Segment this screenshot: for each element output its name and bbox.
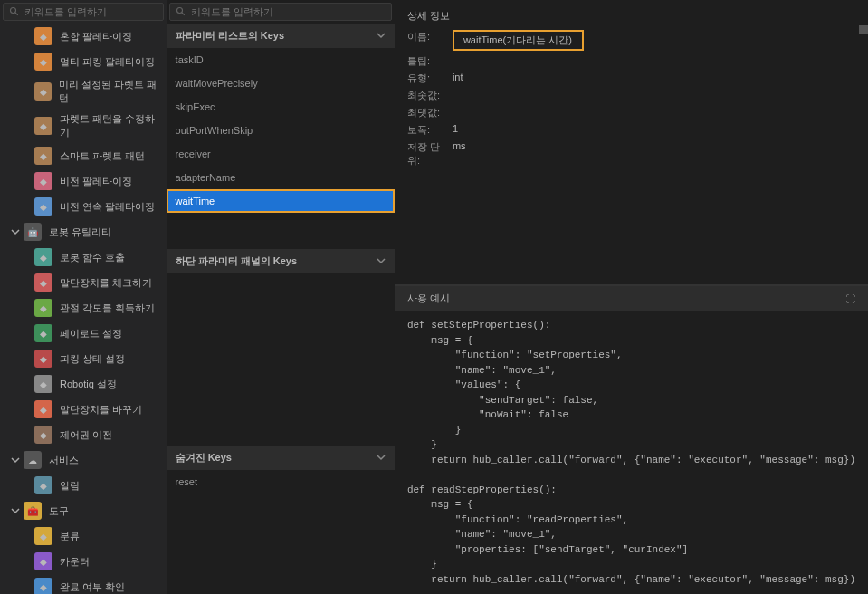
bottom-keys-header[interactable]: 하단 파라미터 패널의 Keys <box>167 249 395 273</box>
bottom-keys-header-label: 하단 파라미터 패널의 Keys <box>176 254 297 268</box>
item-icon: ◆ <box>34 117 52 135</box>
tree-item[interactable]: ◆관절 각도를 획득하기 <box>0 295 167 321</box>
scrollbar[interactable] <box>859 25 868 34</box>
svg-line-1 <box>15 13 18 15</box>
chevron-down-icon <box>377 31 386 42</box>
tree-item-label: 비전 팔레타이징 <box>60 175 132 188</box>
expand-icon[interactable]: ⛶ <box>845 293 855 304</box>
item-icon: ◆ <box>34 375 52 393</box>
tree-item[interactable]: ◆페이로드 설정 <box>0 321 167 346</box>
tree-item-label: 혼합 팔레타이징 <box>60 30 132 43</box>
item-icon: ◆ <box>34 27 52 45</box>
tree-item[interactable]: ◆말단장치를 바꾸기 <box>0 397 167 422</box>
tree-item-wait[interactable]: ◆완료 여부 확인 <box>0 574 167 594</box>
item-icon: ◆ <box>34 426 52 444</box>
detail-max-label: 최댓값: <box>407 106 453 120</box>
detail-unit-label: 저장 단위: <box>407 140 453 168</box>
detail-min-label: 최솟값: <box>407 89 453 102</box>
hidden-keys-header[interactable]: 숨겨진 Keys <box>167 446 395 470</box>
detail-tooltip-label: 툴팁: <box>407 54 453 68</box>
tree-item-label: 카운터 <box>60 555 90 569</box>
param-search[interactable] <box>169 3 392 21</box>
param-list-header-label: 파라미터 리스트의 Keys <box>176 29 284 43</box>
detail-header: 상세 정보 <box>407 9 855 23</box>
param-list-header[interactable]: 파라미터 리스트의 Keys <box>167 24 395 48</box>
tree-item[interactable]: ◆제어권 이전 <box>0 422 167 447</box>
chevron-down-icon <box>11 227 20 236</box>
example-header-label: 사용 예시 <box>407 292 450 305</box>
tree-item[interactable]: ◆알림 <box>0 473 167 498</box>
detail-step-label: 보폭: <box>407 123 453 137</box>
tree-group-service[interactable]: ☁서비스 <box>0 447 167 473</box>
sidebar-search-input[interactable] <box>24 6 157 17</box>
tree-item[interactable]: ◆로봇 함수 호출 <box>0 244 167 270</box>
tree-item-label: 관절 각도를 획득하기 <box>60 302 155 315</box>
tree-item-label: 파렛트 패턴을 수정하기 <box>60 112 163 139</box>
tree-group-robot-util[interactable]: 🤖로봇 유틸리티 <box>0 219 167 244</box>
param-item-receiver[interactable]: receiver <box>167 142 395 166</box>
sidebar-search[interactable] <box>3 3 164 21</box>
tree-group-tools[interactable]: 🧰도구 <box>0 498 167 523</box>
group-icon: ☁ <box>24 451 42 469</box>
detail-step-value: 1 <box>453 123 458 137</box>
tree-item-label: 완료 여부 확인 <box>60 580 125 594</box>
param-item-adapterName[interactable]: adapterName <box>167 166 395 189</box>
tree-item-label: 말단장치를 체크하기 <box>60 276 152 290</box>
chevron-down-icon <box>11 506 20 515</box>
param-item-taskID[interactable]: taskID <box>167 48 395 72</box>
tree-item-label: 스마트 파렛트 패턴 <box>60 149 145 163</box>
param-item-outPortWhenSkip[interactable]: outPortWhenSkip <box>167 119 395 142</box>
tree-item-label: 알림 <box>60 479 80 493</box>
tree-item[interactable]: ◆말단장치를 체크하기 <box>0 270 167 295</box>
tree-item[interactable]: ◆비전 연속 팔레타이징 <box>0 194 167 219</box>
tree-item-label: 분류 <box>60 530 80 543</box>
detail-panel: 상세 정보 이름: waitTime(기다리는 시간) 툴팁: 유형: int … <box>395 0 868 594</box>
item-icon: ◆ <box>34 147 52 165</box>
search-icon <box>176 6 186 17</box>
param-item-waitTime[interactable]: waitTime <box>167 189 395 213</box>
detail-type-value: int <box>453 72 463 85</box>
item-icon: ◆ <box>34 350 52 368</box>
item-icon: ◆ <box>34 197 52 216</box>
svg-line-3 <box>181 13 184 15</box>
tree-item[interactable]: ◆비전 팔레타이징 <box>0 168 167 194</box>
item-icon: ◆ <box>34 400 52 418</box>
tree-item[interactable]: ◆파렛트 패턴을 수정하기 <box>0 109 167 143</box>
tree-item[interactable]: ◆피킹 상태 설정 <box>0 346 167 371</box>
chevron-down-icon <box>377 453 386 464</box>
chevron-down-icon <box>11 455 20 465</box>
item-icon: ◆ <box>34 172 52 190</box>
detail-name-label: 이름: <box>407 30 453 51</box>
tree-group-label: 로봇 유틸리티 <box>49 225 111 239</box>
param-item-waitMovePrecisely[interactable]: waitMovePrecisely <box>167 72 395 95</box>
item-icon: ◆ <box>34 248 52 266</box>
tree-item[interactable]: ◆Robotiq 설정 <box>0 371 167 397</box>
group-icon: 🧰 <box>24 502 42 520</box>
item-icon: ◆ <box>34 552 52 570</box>
tree-item-label: 피킹 상태 설정 <box>60 352 125 366</box>
item-icon: ◆ <box>34 53 52 71</box>
group-icon: 🤖 <box>24 223 42 241</box>
item-icon: ◆ <box>34 578 52 594</box>
tree-item[interactable]: ◆멀티 피킹 팔레타이징 <box>0 49 167 74</box>
hidden-keys-header-label: 숨겨진 Keys <box>176 451 232 465</box>
tree-item-wait[interactable]: ◆카운터 <box>0 549 167 574</box>
item-icon: ◆ <box>34 324 52 342</box>
tree-group-label: 도구 <box>49 504 69 518</box>
param-item-skipExec[interactable]: skipExec <box>167 95 395 119</box>
tree-item-label: Robotiq 설정 <box>60 378 117 391</box>
tree-item-label: 비전 연속 팔레타이징 <box>60 200 155 214</box>
hidden-param-item[interactable]: reset <box>167 470 395 493</box>
item-icon: ◆ <box>34 273 52 292</box>
tree-item-wait[interactable]: ◆분류 <box>0 523 167 549</box>
tree-item[interactable]: ◆스마트 파렛트 패턴 <box>0 143 167 168</box>
tree-item[interactable]: ◆혼합 팔레타이징 <box>0 24 167 49</box>
detail-type-label: 유형: <box>407 72 453 85</box>
sidebar: ◆혼합 팔레타이징◆멀티 피킹 팔레타이징◆미리 설정된 파렛트 패턴◆파렛트 … <box>0 0 167 594</box>
svg-point-0 <box>11 8 16 14</box>
detail-unit-value: ms <box>453 140 466 168</box>
tree-group-label: 서비스 <box>49 454 79 467</box>
param-search-input[interactable] <box>191 6 386 17</box>
search-icon <box>9 6 20 17</box>
tree-item[interactable]: ◆미리 설정된 파렛트 패턴 <box>0 74 167 109</box>
